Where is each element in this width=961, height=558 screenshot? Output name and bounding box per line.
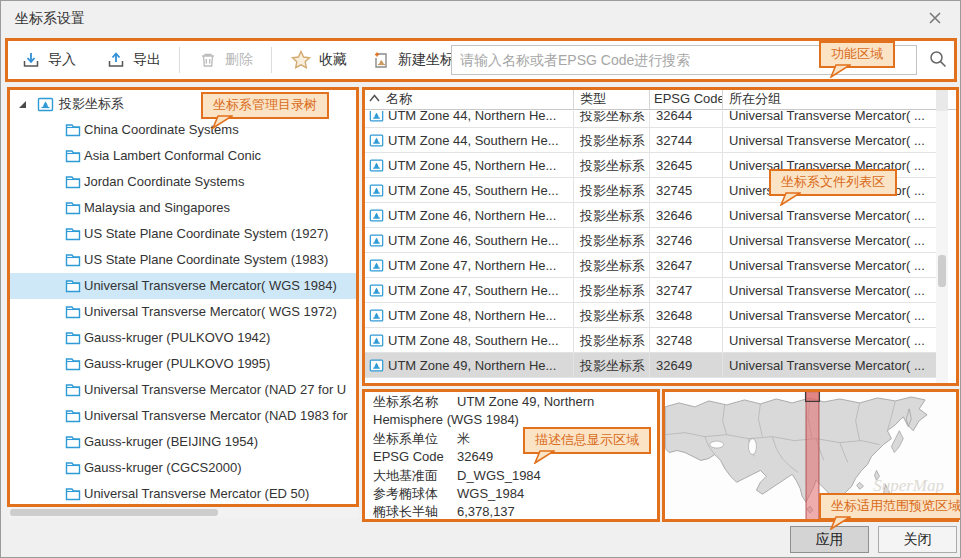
column-header-type[interactable]: 类型 [574,87,650,109]
details-label: 参考椭球体 [373,485,457,503]
tree-horizontal-scrollbar[interactable] [9,507,358,518]
tree-item-list: China Coordinate Systems Asia Lambert Co… [9,117,358,507]
cell-group: Universal Transverse Mercator( ... [723,228,936,253]
table-row[interactable]: UTM Zone 44, Northern He... 投影坐标系 32644 … [364,111,936,128]
tree-item[interactable]: Gauss-kruger (CGCS2000) [9,455,358,481]
cell-epsg: 32644 [650,111,723,128]
tree-item[interactable]: Universal Transverse Mercator( WGS 1984) [9,273,358,299]
details-row: 坐标系名称UTM Zone 49, Northern Hemisphere (W… [373,393,653,430]
scrollbar-thumb[interactable] [10,509,218,516]
table-row[interactable]: UTM Zone 46, Northern He... 投影坐标系 32646 … [364,203,936,228]
close-icon[interactable] [926,9,944,27]
projected-crs-icon [369,158,384,173]
cell-epsg: 32745 [650,178,723,203]
tree-item[interactable]: Universal Transverse Mercator (ED 50) [9,481,358,507]
details-row: 大地基准面D_WGS_1984 [373,467,653,485]
cell-type: 投影坐标系 [574,228,650,253]
column-header-group[interactable]: 所在分组 [723,87,936,109]
folder-icon [65,487,81,501]
crs-file-list-panel: 名称 类型 EPSG Code 所在分组 UTM Zone 44, Northe… [364,87,958,384]
new-crs-icon [371,50,391,70]
import-button[interactable]: 导入 [21,50,76,70]
folder-icon [65,305,81,319]
scrollbar-thumb[interactable] [938,255,946,287]
table-row[interactable]: UTM Zone 46, Southern He... 投影坐标系 32746 … [364,228,936,253]
column-header-label: 类型 [580,91,606,106]
tree-item[interactable]: Universal Transverse Mercator (NAD 27 fo… [9,377,358,403]
cell-group: Universal Transverse Mercator( ... [723,328,936,353]
details-value: 6,378,137 [457,504,515,519]
apply-button[interactable]: 应用 [790,526,869,553]
import-icon [21,50,41,70]
cell-group: Universal Transverse Mercator( ... [723,203,936,228]
cell-type: 投影坐标系 [574,178,650,203]
utm-zone-band [806,391,819,520]
tree-item[interactable]: US State Plane Coordinate System (1983) [9,247,358,273]
tree-item[interactable]: US State Plane Coordinate System (1927) [9,221,358,247]
projected-crs-icon [369,333,384,348]
projected-crs-icon [37,96,54,113]
column-header-label: 所在分组 [729,91,781,106]
callout-label: 描述信息显示区域 [535,432,639,447]
crs-tree-panel: 投影坐标系 China Coordinate Systems Asia Lamb… [9,87,358,518]
tree-item[interactable]: Gauss-kruger (PULKOVO 1995) [9,351,358,377]
cell-name: UTM Zone 48, Southern He... [364,328,574,353]
tree-item[interactable]: Gauss-kruger (PULKOVO 1942) [9,325,358,351]
cell-name-text: UTM Zone 45, Southern He... [388,183,559,198]
column-header-name[interactable]: 名称 [364,87,574,109]
sort-ascending-icon [369,94,380,102]
tree-item[interactable]: China Coordinate Systems [9,117,358,143]
tree-item[interactable]: Universal Transverse Mercator( WGS 1972) [9,299,358,325]
details-label: 坐标系单位 [373,430,457,448]
projected-crs-icon [369,358,384,373]
title-bar: 坐标系设置 [1,1,960,35]
cell-group: Universal Transverse Mercator( ... [723,111,936,128]
cell-type: 投影坐标系 [574,328,650,353]
table-row[interactable]: UTM Zone 48, Southern He... 投影坐标系 32748 … [364,328,936,353]
search-icon[interactable] [927,48,949,70]
tree-item-label: Malaysia and Singapores [84,195,230,221]
folder-icon [65,357,81,371]
details-label: EPSG Code [373,448,457,466]
tree-item-label: Gauss-kruger (CGCS2000) [84,455,242,481]
callout-label: 功能区域 [831,46,883,61]
tree-item[interactable]: Gauss-kruger (BEIJING 1954) [9,429,358,455]
delete-button[interactable]: 删除 [198,50,253,70]
cell-type: 投影坐标系 [574,111,650,128]
tree-item[interactable]: Universal Transverse Mercator (NAD 1983 … [9,403,358,429]
tree-item-label: Universal Transverse Mercator( WGS 1984) [84,273,337,299]
tree-item[interactable]: Asia Lambert Conformal Conic [9,143,358,169]
table-row[interactable]: UTM Zone 47, Northern He... 投影坐标系 32647 … [364,253,936,278]
column-header-epsg[interactable]: EPSG Code [650,87,723,109]
table-vertical-scrollbar[interactable] [936,87,948,384]
cell-group: Universal Transverse Mercator( ... [723,128,936,153]
tree-item[interactable]: Jordan Coordinate Systems [9,169,358,195]
table-row[interactable]: UTM Zone 44, Southern He... 投影坐标系 32744 … [364,128,936,153]
cell-epsg: 32648 [650,303,723,328]
export-button[interactable]: 导出 [106,50,161,70]
details-value: D_WGS_1984 [457,468,541,483]
table-row[interactable]: UTM Zone 49, Northern He... 投影坐标系 32649 … [364,353,936,378]
table-header: 名称 类型 EPSG Code 所在分组 [364,87,958,110]
details-value: 32649 [457,449,493,464]
expand-triangle-icon[interactable] [17,99,27,109]
cell-name-text: UTM Zone 46, Northern He... [388,208,556,223]
cell-type: 投影坐标系 [574,253,650,278]
projected-crs-icon [369,283,384,298]
favorite-button[interactable]: 收藏 [290,49,347,71]
folder-icon [65,123,81,137]
dialog-title: 坐标系设置 [15,10,85,28]
cell-name-text: UTM Zone 45, Northern He... [388,158,556,173]
table-row[interactable]: UTM Zone 48, Northern He... 投影坐标系 32648 … [364,303,936,328]
projected-crs-icon [369,183,384,198]
callout-tail [829,64,851,78]
projected-crs-icon [369,208,384,223]
folder-icon [65,409,81,423]
projected-crs-icon [369,233,384,248]
tree-item[interactable]: Malaysia and Singapores [9,195,358,221]
cell-name-text: UTM Zone 44, Southern He... [388,133,559,148]
close-button[interactable]: 关闭 [878,526,957,553]
table-row[interactable]: UTM Zone 47, Southern He... 投影坐标系 32747 … [364,278,936,303]
callout-tail [779,192,801,206]
cell-epsg: 32744 [650,128,723,153]
